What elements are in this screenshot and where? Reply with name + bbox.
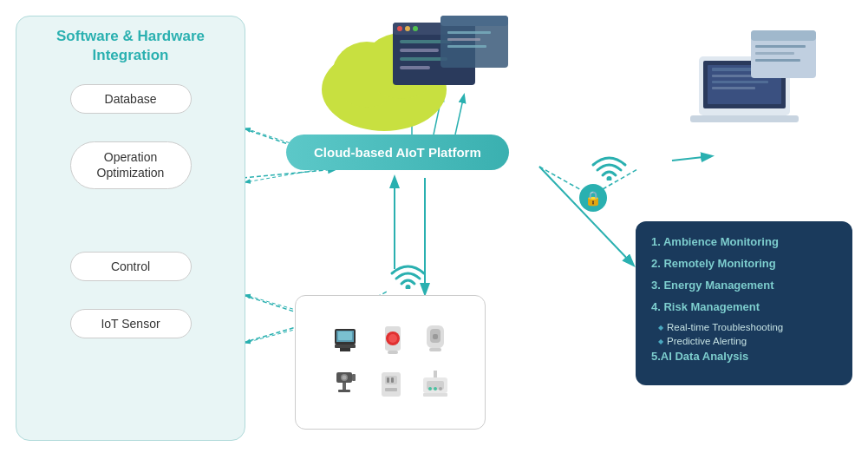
svg-rect-48	[755, 59, 800, 62]
panel-title: Software & HardwareIntegration	[56, 27, 205, 65]
svg-rect-42	[712, 87, 755, 89]
svg-rect-31	[441, 16, 508, 26]
device-gps	[331, 324, 364, 357]
svg-point-23	[397, 26, 402, 31]
svg-rect-79	[434, 371, 437, 377]
svg-point-25	[413, 26, 418, 31]
admin-devices-area	[669, 9, 820, 126]
svg-point-77	[434, 387, 437, 391]
svg-point-49	[406, 285, 411, 289]
svg-rect-28	[400, 57, 447, 61]
device-hub	[420, 367, 451, 404]
svg-rect-43	[690, 115, 799, 122]
svg-rect-62	[429, 348, 441, 351]
upper-wifi-icon	[590, 148, 629, 184]
device-alarm	[380, 322, 406, 358]
right-panel-item-1: 1. Ambience Monitoring	[651, 235, 837, 248]
operation-label: OperationOptimization	[97, 150, 165, 180]
right-panel: 1. Ambience Monitoring 2. Remotely Monit…	[636, 221, 852, 385]
svg-point-76	[428, 387, 432, 391]
svg-rect-29	[400, 66, 430, 69]
cloud-platform: Cloud-based AIoT Platform	[286, 135, 509, 170]
right-panel-subitem-2: Predictive Alerting	[658, 336, 837, 346]
database-pill: Database	[70, 84, 192, 114]
right-panel-item-2: 2. Remotely Monitoring	[651, 257, 837, 270]
iot-pill-wrapper: IoT Sensor	[70, 309, 192, 352]
svg-rect-72	[391, 377, 394, 383]
svg-rect-58	[388, 351, 398, 354]
svg-line-1	[243, 169, 336, 178]
database-pill-wrapper: Database	[70, 84, 192, 128]
svg-rect-32	[447, 31, 491, 34]
svg-rect-54	[340, 348, 350, 351]
svg-rect-41	[712, 81, 768, 83]
control-pill-wrapper: Control	[70, 252, 192, 295]
left-panel: Software & HardwareIntegration Database …	[16, 16, 245, 441]
platform-pill: Cloud-based AIoT Platform	[286, 135, 509, 170]
svg-rect-53	[335, 345, 356, 348]
svg-rect-45	[751, 30, 816, 41]
svg-point-57	[388, 334, 397, 343]
platform-label: Cloud-based AIoT Platform	[314, 145, 481, 160]
svg-rect-33	[447, 38, 480, 41]
svg-point-78	[439, 387, 442, 391]
upper-lock-badge: 🔒	[579, 184, 607, 212]
device-camera	[330, 367, 362, 404]
operation-pill: OperationOptimization	[70, 141, 192, 188]
iot-label: IoT Sensor	[101, 317, 160, 331]
svg-rect-61	[433, 334, 438, 339]
right-panel-item-3: 3. Energy Management	[651, 279, 837, 292]
svg-rect-71	[387, 377, 389, 383]
svg-rect-34	[447, 45, 486, 48]
right-panel-item-4: 4. Risk Management	[651, 300, 837, 313]
devices-row-top	[331, 322, 449, 358]
database-label: Database	[105, 92, 157, 106]
right-panel-subitem-1: Real-time Troubleshooting	[658, 322, 837, 332]
svg-rect-68	[352, 374, 356, 381]
lower-wifi-icon	[388, 256, 427, 292]
svg-point-35	[607, 176, 612, 180]
svg-point-65	[343, 375, 347, 379]
svg-line-13	[672, 156, 711, 161]
devices-box	[295, 295, 486, 430]
svg-rect-46	[755, 45, 806, 48]
upper-lock-icon: 🔒	[579, 184, 607, 212]
control-pill: Control	[70, 252, 192, 281]
svg-rect-47	[755, 52, 794, 55]
operation-pill-wrapper: OperationOptimization	[70, 141, 192, 202]
cloud-illustration	[319, 7, 510, 136]
svg-rect-73	[385, 388, 397, 391]
svg-rect-27	[400, 49, 439, 52]
svg-line-11	[539, 167, 583, 191]
svg-rect-67	[338, 390, 350, 392]
devices-row-bottom	[330, 367, 451, 404]
svg-point-24	[405, 26, 410, 31]
svg-rect-80	[423, 393, 447, 397]
device-motion-sensor	[421, 322, 449, 358]
svg-rect-52	[338, 331, 352, 340]
control-label: Control	[111, 259, 150, 273]
right-panel-item-5: 5.AI Data Analysis	[651, 350, 837, 363]
device-switch	[378, 367, 404, 404]
iot-pill: IoT Sensor	[70, 309, 192, 338]
